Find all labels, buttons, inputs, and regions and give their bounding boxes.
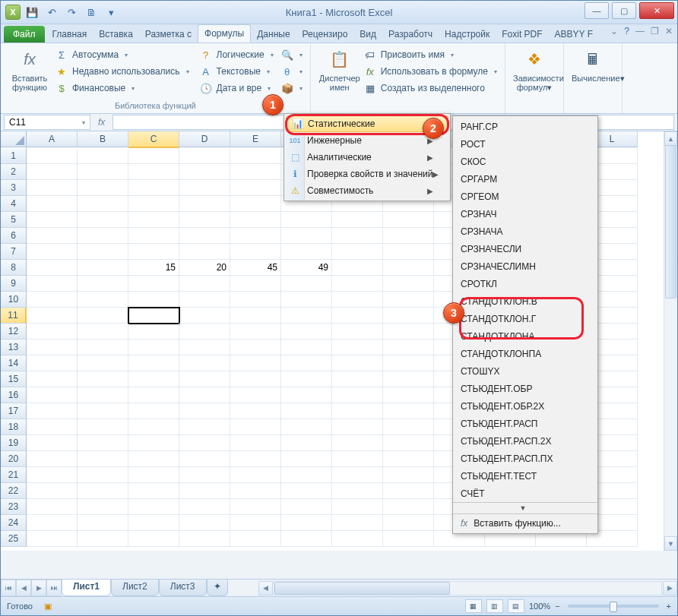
cell[interactable] xyxy=(179,387,230,403)
cell[interactable] xyxy=(179,228,230,244)
cell[interactable]: 15 xyxy=(128,260,179,276)
row-header[interactable]: 19 xyxy=(1,435,27,451)
cell[interactable] xyxy=(27,531,78,547)
cell[interactable] xyxy=(179,467,230,483)
cell[interactable] xyxy=(281,387,332,403)
cell[interactable] xyxy=(179,196,230,212)
qat-new-icon[interactable]: 🗎 xyxy=(83,4,100,21)
cell[interactable] xyxy=(27,308,78,324)
cell[interactable] xyxy=(128,244,179,260)
cell[interactable] xyxy=(383,531,434,547)
row-header[interactable]: 25 xyxy=(1,531,27,547)
cell[interactable] xyxy=(281,292,332,308)
view-break-icon[interactable]: ▤ xyxy=(508,599,524,613)
cell[interactable] xyxy=(78,419,128,435)
cell[interactable] xyxy=(281,435,332,451)
cell[interactable] xyxy=(128,531,179,547)
cell[interactable] xyxy=(383,451,434,467)
cell[interactable] xyxy=(332,340,383,355)
cell[interactable] xyxy=(230,435,281,451)
cell[interactable] xyxy=(230,467,281,483)
cell[interactable] xyxy=(27,387,78,403)
cell[interactable] xyxy=(383,260,434,276)
column-header[interactable]: E xyxy=(230,131,281,147)
function-item[interactable]: СРЗНАЧ xyxy=(453,205,597,223)
cell[interactable] xyxy=(383,403,434,419)
cell[interactable] xyxy=(230,387,281,403)
cell[interactable] xyxy=(179,451,230,467)
cell[interactable] xyxy=(128,164,179,180)
cell[interactable] xyxy=(78,467,128,483)
tab-home[interactable]: Главная xyxy=(46,26,93,43)
tab-developer[interactable]: Разработч xyxy=(382,26,439,43)
cell[interactable] xyxy=(383,292,434,308)
function-item[interactable]: СТОШYX xyxy=(453,362,597,380)
cell[interactable] xyxy=(281,340,332,355)
row-header[interactable]: 5 xyxy=(1,212,27,228)
minimize-button[interactable]: — xyxy=(585,2,609,19)
scroll-left-icon[interactable]: ◀ xyxy=(258,581,273,595)
more-functions-button[interactable]: 📦▾ xyxy=(281,81,303,95)
cell[interactable] xyxy=(332,308,383,324)
doc-close-icon[interactable]: ✕ xyxy=(665,26,673,36)
function-item[interactable]: СТАНДОТКЛОН.В xyxy=(453,292,597,310)
vertical-scrollbar[interactable]: ▲ ▼ xyxy=(664,131,677,551)
tab-last-icon[interactable]: ⏭ xyxy=(46,580,62,596)
cell[interactable] xyxy=(230,419,281,435)
recent-button[interactable]: ★Недавно использовались▾ xyxy=(55,65,189,78)
tab-formulas[interactable]: Формулы xyxy=(198,24,251,43)
scroll-up-icon[interactable]: ▲ xyxy=(664,131,677,146)
cell[interactable] xyxy=(179,244,230,260)
ribbon-minimize-icon[interactable]: ⌄ xyxy=(610,26,618,36)
name-box[interactable]: C11 ▾ xyxy=(4,115,90,130)
cell[interactable] xyxy=(383,467,434,483)
fx-icon[interactable]: fx xyxy=(98,117,105,128)
function-item[interactable]: СРОТКЛ xyxy=(453,275,597,292)
financial-button[interactable]: $Финансовые▾ xyxy=(55,81,189,95)
scroll-down-icon[interactable]: ▼ xyxy=(664,536,677,551)
cell[interactable] xyxy=(27,340,78,355)
row-header[interactable]: 12 xyxy=(1,324,27,340)
cell[interactable]: 49 xyxy=(281,260,332,276)
cell[interactable] xyxy=(128,499,179,515)
cell[interactable] xyxy=(27,324,78,340)
cell[interactable] xyxy=(128,371,179,387)
zoom-in-button[interactable]: + xyxy=(667,602,671,611)
cell[interactable] xyxy=(179,308,230,324)
doc-minimize-icon[interactable]: — xyxy=(635,26,645,36)
cell[interactable] xyxy=(383,340,434,355)
cell[interactable] xyxy=(383,324,434,340)
cell[interactable] xyxy=(179,340,230,355)
cell[interactable] xyxy=(179,483,230,499)
cell[interactable] xyxy=(78,276,128,292)
row-header[interactable]: 17 xyxy=(1,403,27,419)
cell[interactable] xyxy=(78,180,128,196)
cell[interactable] xyxy=(128,403,179,419)
cell[interactable] xyxy=(128,451,179,467)
datetime-button[interactable]: 🕓Дата и вре▾ xyxy=(200,81,274,95)
row-header[interactable]: 16 xyxy=(1,387,27,403)
cell[interactable] xyxy=(230,531,281,547)
cell[interactable] xyxy=(383,244,434,260)
cell[interactable] xyxy=(332,228,383,244)
sheet-tab-3[interactable]: Лист3 xyxy=(159,580,207,596)
cell[interactable] xyxy=(78,292,128,308)
tab-file[interactable]: Файл xyxy=(4,26,45,43)
cell[interactable] xyxy=(27,196,78,212)
cell[interactable] xyxy=(383,499,434,515)
cell[interactable] xyxy=(78,228,128,244)
cell[interactable] xyxy=(78,244,128,260)
menu-item-information[interactable]: ℹ Проверка свойств и значений▶ xyxy=(284,166,450,182)
cell[interactable] xyxy=(332,244,383,260)
cell[interactable] xyxy=(281,403,332,419)
zoom-out-button[interactable]: − xyxy=(555,602,559,611)
row-header[interactable]: 8 xyxy=(1,260,27,276)
cell[interactable] xyxy=(78,355,128,371)
cell[interactable] xyxy=(332,499,383,515)
cell[interactable] xyxy=(281,228,332,244)
row-header[interactable]: 10 xyxy=(1,292,27,308)
cell[interactable] xyxy=(128,340,179,355)
cell[interactable] xyxy=(78,260,128,276)
cell[interactable] xyxy=(281,244,332,260)
cell[interactable] xyxy=(332,355,383,371)
